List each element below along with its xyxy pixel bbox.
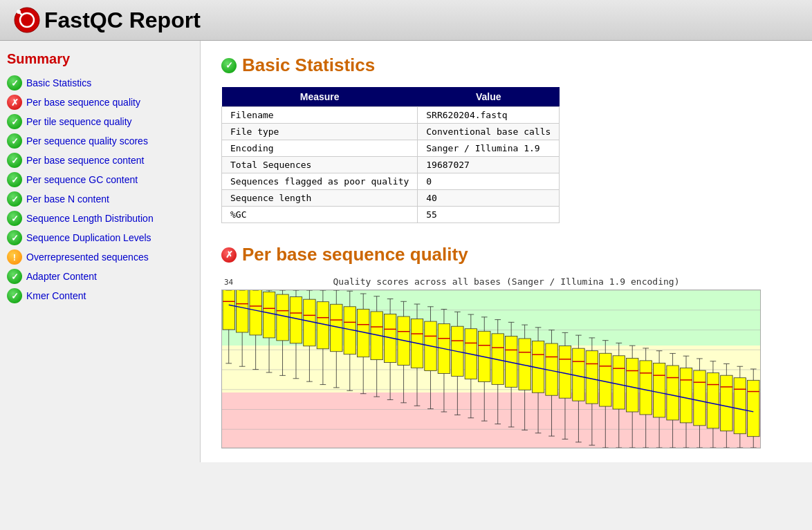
box-32 [653,363,665,417]
quality-chart [221,290,761,448]
basic-statistics-header: Basic Statistics [221,55,791,76]
nav-list: Basic StatisticsPer base sequence qualit… [7,75,193,303]
sidebar-link-6[interactable]: Per base N content [26,193,109,205]
box-29 [613,356,625,409]
box-2 [250,290,261,335]
svg-point-3 [17,10,21,14]
stats-cell-2-0: Encoding [222,140,418,157]
per-base-quality-title: Per base sequence quality [242,244,468,265]
col-value: Value [418,87,560,107]
stats-cell-3-0: Total Sequences [222,157,418,173]
sidebar-link-7[interactable]: Sequence Length Distribution [26,213,154,224]
stats-row-5: Sequence length40 [222,190,560,207]
box-27 [586,351,598,404]
sidebar-item-4[interactable]: Per base sequence content [7,153,193,168]
col-measure: Measure [222,87,418,107]
sidebar-item-9[interactable]: Overrepresented sequences [7,249,193,265]
logo-icon [14,7,40,33]
stats-row-6: %GC55 [222,207,560,223]
box-39 [748,380,759,436]
box-33 [667,366,679,420]
sidebar-link-10[interactable]: Adapter Content [26,271,97,282]
box-1 [236,290,248,332]
sidebar-item-2[interactable]: Per tile sequence quality [7,114,193,129]
stats-cell-3-1: 19687027 [418,157,560,173]
stats-cell-1-1: Conventional base calls [418,124,560,140]
sidebar-status-icon-1 [7,95,22,110]
sidebar-link-9[interactable]: Overrepresented sequences [26,252,149,263]
page-header: FastQC Report [0,0,812,41]
page-title: FastQC Report [44,8,201,33]
per-base-quality-header: Per base sequence quality [221,244,791,265]
box-4 [277,294,288,341]
stats-cell-2-1: Sanger / Illumina 1.9 [418,140,560,157]
stats-row-0: FilenameSRR620204.fastq [222,107,560,124]
sidebar-status-icon-10 [7,269,22,284]
chart-svg [222,290,760,448]
stats-cell-1-0: File type [222,124,418,140]
mean-quality-line [229,305,754,412]
sidebar-status-icon-5 [7,172,22,187]
box-30 [627,358,638,412]
sidebar-status-icon-4 [7,153,22,168]
box-26 [573,348,584,401]
stats-row-3: Total Sequences19687027 [222,157,560,173]
sidebar-status-icon-0 [7,75,22,91]
sidebar-item-5[interactable]: Per sequence GC content [7,172,193,187]
sidebar-item-1[interactable]: Per base sequence quality [7,95,193,110]
box-31 [640,361,652,415]
sidebar-item-10[interactable]: Adapter Content [7,269,193,284]
sidebar-link-4[interactable]: Per base sequence content [26,155,144,166]
box-3 [263,292,275,338]
sidebar-status-icon-7 [7,211,22,226]
stats-cell-4-0: Sequences flagged as poor quality [222,173,418,190]
stats-cell-0-0: Filename [222,107,418,124]
box-36 [707,373,719,428]
sidebar-link-8[interactable]: Sequence Duplication Levels [26,232,151,243]
sidebar-link-1[interactable]: Per base sequence quality [26,97,140,108]
box-5 [290,297,302,343]
chart-boxes [223,290,759,448]
stats-cell-5-0: Sequence length [222,190,418,207]
sidebar-item-3[interactable]: Per sequence quality scores [7,133,193,149]
sidebar-item-8[interactable]: Sequence Duplication Levels [7,230,193,245]
sidebar-item-6[interactable]: Per base N content [7,191,193,207]
sidebar-status-icon-8 [7,230,22,245]
sidebar: Summary Basic StatisticsPer base sequenc… [0,41,201,462]
sidebar-item-7[interactable]: Sequence Length Distribution [7,211,193,226]
stats-cell-6-0: %GC [222,207,418,223]
stats-cell-5-1: 40 [418,190,560,207]
summary-heading: Summary [7,51,193,67]
stats-row-1: File typeConventional base calls [222,124,560,140]
stats-row-4: Sequences flagged as poor quality0 [222,173,560,190]
box-38 [734,378,746,434]
basic-statistics-table: Measure Value FilenameSRR620204.fastqFil… [221,87,560,223]
sidebar-link-3[interactable]: Per sequence quality scores [26,135,148,146]
box-34 [680,368,692,423]
sidebar-link-0[interactable]: Basic Statistics [26,77,91,88]
chart-title-label: Quality scores across all bases (Sanger … [221,276,791,287]
stats-cell-6-1: 55 [418,207,560,223]
sidebar-status-icon-3 [7,133,22,149]
sidebar-item-11[interactable]: Kmer Content [7,288,193,303]
sidebar-status-icon-11 [7,288,22,303]
main-content: Basic Statistics Measure Value FilenameS… [201,41,812,462]
sidebar-status-icon-9 [7,249,22,265]
sidebar-item-0[interactable]: Basic Statistics [7,75,193,91]
stats-cell-4-1: 0 [418,173,560,190]
box-0 [223,290,234,330]
main-layout: Summary Basic StatisticsPer base sequenc… [0,41,812,462]
sidebar-link-11[interactable]: Kmer Content [26,290,86,301]
box-28 [600,353,611,406]
sidebar-status-icon-2 [7,114,22,129]
quality-chart-container: Quality scores across all bases (Sanger … [221,276,791,448]
box-35 [694,370,705,426]
stats-cell-0-1: SRR620204.fastq [418,107,560,124]
per-base-quality-status-icon [221,247,237,263]
box-37 [721,375,732,431]
sidebar-link-5[interactable]: Per sequence GC content [26,174,138,185]
basic-statistics-title: Basic Statistics [242,55,375,76]
basic-statistics-status-icon [221,58,237,73]
sidebar-link-2[interactable]: Per tile sequence quality [26,116,132,127]
sidebar-status-icon-6 [7,191,22,207]
